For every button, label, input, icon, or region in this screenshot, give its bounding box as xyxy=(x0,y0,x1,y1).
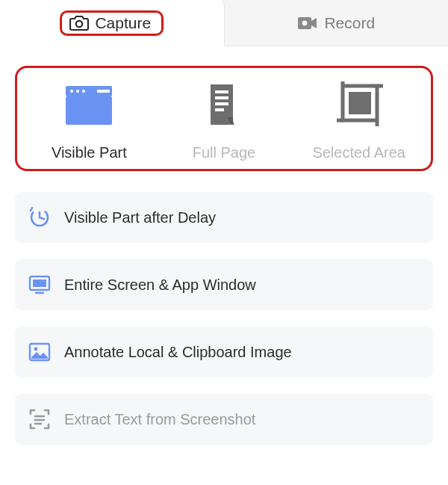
mode-full-page[interactable]: Full Page xyxy=(158,78,290,161)
option-entire-screen-label: Entire Screen & App Window xyxy=(64,277,256,294)
svg-rect-11 xyxy=(215,102,228,105)
mode-selected-area[interactable]: Selected Area xyxy=(293,78,425,161)
scan-text-icon xyxy=(28,408,51,430)
tab-capture-highlight: Capture xyxy=(60,10,164,36)
option-visible-part-delay[interactable]: Visible Part after Delay xyxy=(15,192,433,243)
svg-rect-8 xyxy=(66,96,112,125)
options-list: Visible Part after Delay Entire Screen &… xyxy=(15,192,433,445)
option-entire-screen[interactable]: Entire Screen & App Window xyxy=(15,259,433,310)
clock-icon xyxy=(28,206,51,229)
mode-visible-part-label: Visible Part xyxy=(52,144,127,161)
option-annotate-local-label: Annotate Local & Clipboard Image xyxy=(64,344,292,361)
crop-icon xyxy=(332,81,386,129)
svg-rect-20 xyxy=(33,279,46,287)
svg-rect-10 xyxy=(215,96,228,99)
svg-point-4 xyxy=(70,90,73,93)
option-annotate-local[interactable]: Annotate Local & Clipboard Image xyxy=(15,327,433,377)
image-icon xyxy=(28,342,51,362)
svg-rect-12 xyxy=(215,108,224,111)
mode-selected-area-label: Selected Area xyxy=(312,144,405,161)
svg-point-5 xyxy=(76,90,79,93)
svg-rect-9 xyxy=(215,90,228,93)
tabs: Capture Record xyxy=(0,0,448,46)
tab-capture-label: Capture xyxy=(95,14,151,32)
tab-capture[interactable]: Capture xyxy=(0,0,225,46)
video-icon xyxy=(297,16,318,31)
svg-point-23 xyxy=(34,347,38,351)
tab-record[interactable]: Record xyxy=(225,0,449,46)
option-extract-text[interactable]: Extract Text from Screenshot xyxy=(15,394,433,445)
tab-record-label: Record xyxy=(324,14,375,32)
camera-icon xyxy=(69,15,89,31)
screen-icon xyxy=(28,274,51,295)
content: Visible Part Full Page xyxy=(0,46,448,445)
svg-point-6 xyxy=(82,90,85,93)
mode-full-page-label: Full Page xyxy=(193,144,256,161)
window-icon xyxy=(61,81,116,129)
option-extract-text-label: Extract Text from Screenshot xyxy=(64,411,255,428)
svg-rect-7 xyxy=(97,90,110,93)
page-icon xyxy=(200,81,248,129)
capture-modes: Visible Part Full Page xyxy=(15,66,433,171)
mode-visible-part[interactable]: Visible Part xyxy=(23,78,155,161)
svg-rect-13 xyxy=(349,92,371,114)
svg-point-0 xyxy=(76,20,82,26)
svg-point-2 xyxy=(302,20,308,25)
option-visible-part-delay-label: Visible Part after Delay xyxy=(64,209,216,226)
